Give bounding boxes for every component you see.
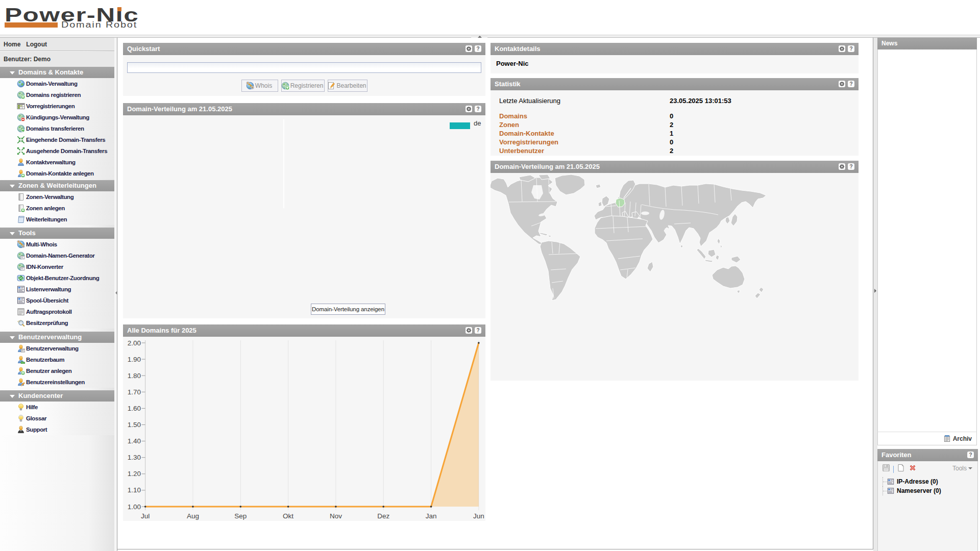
svg-text:1.90: 1.90 <box>128 356 141 363</box>
svg-text:Okt: Okt <box>283 512 293 520</box>
svg-text:1.50: 1.50 <box>128 421 141 429</box>
svg-text:1.70: 1.70 <box>128 388 141 396</box>
svg-text:Aug: Aug <box>187 512 199 520</box>
svg-text:Jan: Jan <box>426 512 437 520</box>
svg-text:Jul: Jul <box>141 512 150 520</box>
svg-text:Dez: Dez <box>377 512 389 520</box>
svg-text:1.60: 1.60 <box>128 405 141 412</box>
svg-text:1.20: 1.20 <box>128 470 141 478</box>
svg-text:2.00: 2.00 <box>128 339 141 347</box>
svg-text:1.00: 1.00 <box>128 503 141 511</box>
svg-text:1.80: 1.80 <box>128 372 141 380</box>
svg-text:Nov: Nov <box>330 512 342 520</box>
svg-text:1.30: 1.30 <box>128 454 141 461</box>
svg-text:Sep: Sep <box>234 512 247 520</box>
svg-text:1.40: 1.40 <box>128 437 141 445</box>
svg-text:1.10: 1.10 <box>128 486 141 494</box>
svg-text:Jun: Jun <box>473 512 484 520</box>
